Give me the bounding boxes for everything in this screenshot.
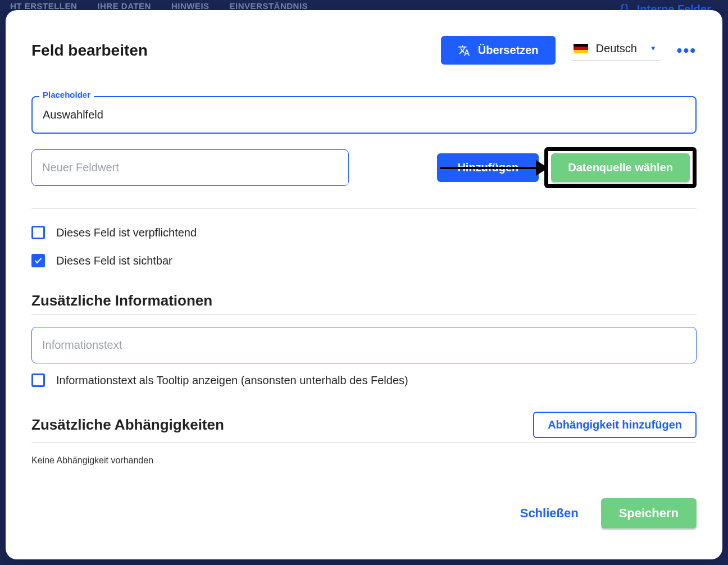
required-checkbox[interactable] [31, 226, 45, 239]
translate-button[interactable]: Übersetzen [441, 36, 556, 65]
required-checkbox-label: Dieses Feld ist verpflichtend [56, 226, 197, 239]
close-button[interactable]: Schließen [520, 506, 579, 521]
chevron-down-icon: ▼ [650, 44, 657, 52]
flag-germany-icon [574, 44, 588, 53]
language-selector[interactable]: Deutsch ▼ [571, 40, 661, 61]
header-actions: Übersetzen Deutsch ▼ ••• [441, 36, 697, 65]
dependencies-title: Zusätzliche Abhängigkeiten [31, 416, 224, 434]
new-value-row: Hinzufügen Datenquelle wählen [31, 147, 697, 188]
no-dependency-text: Keine Abhängigkeit vorhanden [31, 455, 697, 466]
placeholder-field-label: Placeholder [39, 90, 94, 99]
modal-header: Feld bearbeiten Übersetzen Deutsch ▼ ••• [31, 36, 697, 65]
required-checkbox-row: Dieses Feld ist verpflichtend [31, 226, 697, 239]
new-field-value-input[interactable] [31, 149, 349, 186]
visible-checkbox-row: Dieses Feld ist sichtbar [31, 254, 697, 267]
add-button-wrapper: Hinzufügen [437, 153, 539, 182]
visible-checkbox-label: Dieses Feld ist sichtbar [56, 254, 172, 267]
translate-icon [458, 44, 470, 57]
choose-datasource-button[interactable]: Datenquelle wählen [551, 153, 690, 182]
additional-info-title: Zusätzliche Informationen [31, 292, 697, 309]
info-text-input[interactable] [31, 327, 697, 363]
translate-button-label: Übersetzen [478, 44, 539, 57]
save-button[interactable]: Speichern [601, 498, 697, 528]
modal-footer: Schließen Speichern [31, 498, 697, 528]
dependencies-header-row: Zusätzliche Abhängigkeiten Abhängigkeit … [31, 412, 697, 443]
section-underline [31, 314, 697, 315]
add-dependency-button[interactable]: Abhängigkeit hinzufügen [533, 412, 697, 438]
datasource-highlight-box: Datenquelle wählen [544, 147, 697, 188]
tooltip-checkbox-label: Informationstext als Tooltip anzeigen (a… [56, 374, 408, 387]
tooltip-checkbox-row: Informationstext als Tooltip anzeigen (a… [31, 373, 697, 387]
more-options-icon[interactable]: ••• [677, 42, 697, 60]
tooltip-checkbox[interactable] [31, 373, 45, 387]
annotation-arrow-icon [440, 167, 547, 169]
placeholder-field-wrapper: Placeholder [31, 96, 697, 134]
visible-checkbox[interactable] [31, 254, 45, 267]
divider [31, 208, 697, 209]
language-label: Deutsch [596, 42, 642, 55]
placeholder-input[interactable] [31, 96, 697, 134]
modal-title: Feld bearbeiten [31, 42, 148, 60]
checkmark-icon [34, 256, 43, 265]
edit-field-modal: Feld bearbeiten Übersetzen Deutsch ▼ •••… [6, 10, 722, 559]
